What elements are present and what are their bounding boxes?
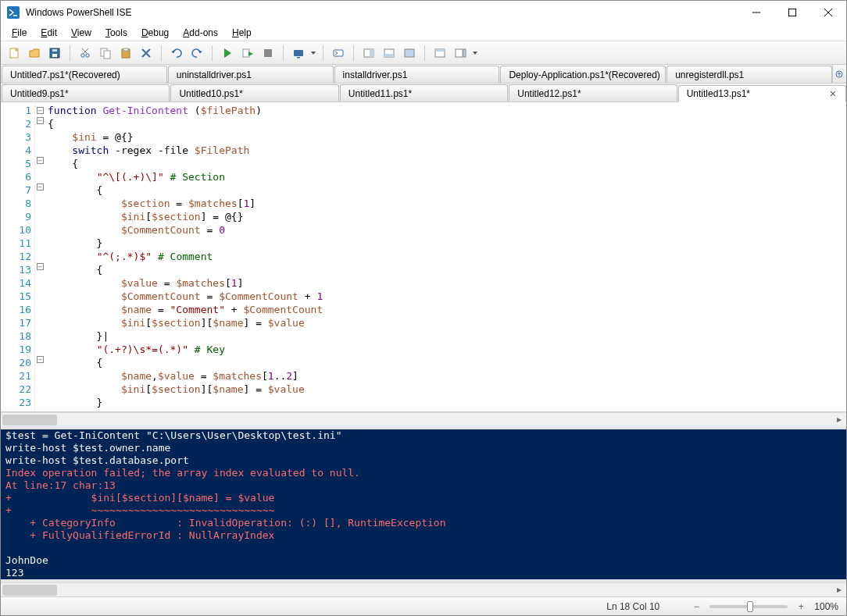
file-tab[interactable]: Untitled11.ps1* <box>340 84 508 101</box>
editor-horizontal-scrollbar[interactable]: ▸ <box>1 412 846 426</box>
copy-icon[interactable] <box>97 45 114 62</box>
toolbar <box>1 41 846 65</box>
run-icon[interactable] <box>219 45 236 62</box>
tab-label: Untitled11.ps1* <box>348 88 412 99</box>
tab-label: Untitled13.ps1* <box>687 88 750 99</box>
svg-rect-31 <box>463 49 466 57</box>
menu-help[interactable]: Help <box>226 26 258 40</box>
clear-icon[interactable] <box>138 45 155 62</box>
svg-rect-22 <box>334 50 343 56</box>
file-tab[interactable]: uninstalldriver.ps1 <box>168 66 334 83</box>
scrollbar-thumb[interactable] <box>2 415 57 426</box>
svg-rect-29 <box>435 49 445 52</box>
open-icon[interactable] <box>26 45 43 62</box>
code-editor[interactable]: function Get-IniContent ($filePath){ $in… <box>45 102 846 411</box>
menu-view[interactable]: View <box>65 26 98 40</box>
cut-icon[interactable] <box>77 45 94 62</box>
zoom-in-icon[interactable]: + <box>795 601 806 612</box>
svg-rect-20 <box>294 50 303 56</box>
svg-point-11 <box>86 53 89 56</box>
run-selection-icon[interactable] <box>239 45 256 62</box>
tab-close-icon[interactable]: × <box>828 88 838 99</box>
zoom-out-icon[interactable]: − <box>691 601 702 612</box>
pane-max-icon[interactable] <box>401 45 418 62</box>
menu-addons[interactable]: Add-ons <box>177 26 224 40</box>
new-remote-tab-icon[interactable] <box>330 45 347 62</box>
svg-line-12 <box>83 48 88 54</box>
tabs-row-1: Untitled7.ps1*(Recovered)uninstalldriver… <box>1 65 846 84</box>
tabs-row-2: Untitled9.ps1*Untitled10.ps1*Untitled11.… <box>1 84 846 102</box>
tab-label: Untitled10.ps1* <box>179 88 242 99</box>
svg-rect-15 <box>104 51 110 59</box>
zoom-slider[interactable] <box>709 605 788 608</box>
svg-rect-8 <box>52 54 57 57</box>
toolbar-overflow-icon[interactable] <box>472 45 478 62</box>
pane-bottom-icon[interactable] <box>381 45 398 62</box>
menubar: File Edit View Tools Debug Add-ons Help <box>1 24 846 41</box>
file-tab[interactable]: Untitled7.ps1*(Recovered) <box>2 66 167 83</box>
svg-rect-9 <box>52 49 57 52</box>
cursor-position: Ln 18 Col 10 <box>606 601 659 612</box>
console-horizontal-scrollbar[interactable]: ▸ <box>1 582 846 596</box>
menu-file[interactable]: File <box>5 26 33 40</box>
file-tab[interactable]: installdriver.ps1 <box>334 66 500 83</box>
tab-label: Untitled9.ps1* <box>10 88 69 99</box>
minimize-button[interactable] <box>738 1 774 24</box>
file-tab[interactable]: Untitled13.ps1*× <box>678 85 846 102</box>
undo-icon[interactable] <box>168 45 185 62</box>
file-tab[interactable]: Untitled10.ps1* <box>170 84 338 101</box>
close-button[interactable] <box>810 1 846 24</box>
svg-rect-24 <box>370 49 373 57</box>
new-icon[interactable] <box>5 45 23 62</box>
line-number-gutter: 1234567891011121314151617181920212223242… <box>1 102 35 411</box>
save-icon[interactable] <box>46 45 63 62</box>
file-tab[interactable]: Untitled9.ps1* <box>2 84 170 101</box>
editor-area: 1234567891011121314151617181920212223242… <box>1 102 846 596</box>
file-tab[interactable]: Deploy-Application.ps1*(Recovered) <box>500 66 666 83</box>
svg-point-10 <box>81 53 84 56</box>
toolbar-sep <box>161 45 162 61</box>
svg-rect-26 <box>384 54 394 57</box>
tab-scroll-icon[interactable] <box>832 65 846 83</box>
window-title: Windows PowerShell ISE <box>26 7 738 18</box>
remote-dropdown-icon[interactable] <box>310 45 316 62</box>
svg-rect-17 <box>123 48 128 51</box>
svg-line-13 <box>82 48 88 54</box>
show-script-icon[interactable] <box>431 45 449 62</box>
scroll-right-icon[interactable]: ▸ <box>834 584 845 595</box>
app-icon <box>7 6 20 19</box>
script-pane[interactable]: 1234567891011121314151617181920212223242… <box>1 102 846 412</box>
scrollbar-thumb[interactable] <box>2 585 57 596</box>
tab-label: Untitled12.ps1* <box>517 88 581 99</box>
svg-rect-30 <box>456 49 463 57</box>
redo-icon[interactable] <box>188 45 205 62</box>
toolbar-sep <box>70 45 70 61</box>
window-controls <box>738 1 846 24</box>
console-pane[interactable]: $test = Get-IniContent "C:\Users\User\De… <box>1 426 846 582</box>
svg-rect-27 <box>405 49 414 57</box>
statusbar: Ln 18 Col 10 − + 100% <box>1 596 846 615</box>
svg-rect-21 <box>297 57 300 59</box>
maximize-button[interactable] <box>774 1 810 24</box>
show-command-icon[interactable] <box>452 45 469 62</box>
file-tab[interactable]: Untitled12.ps1* <box>509 84 677 101</box>
menu-tools[interactable]: Tools <box>99 26 134 40</box>
svg-rect-19 <box>264 49 272 57</box>
toolbar-sep <box>424 45 425 61</box>
toolbar-sep <box>323 45 323 61</box>
menu-debug[interactable]: Debug <box>135 26 175 40</box>
app-window: Windows PowerShell ISE File Edit View To… <box>0 0 847 616</box>
remote-icon[interactable] <box>290 45 307 62</box>
scroll-right-icon[interactable]: ▸ <box>834 414 845 425</box>
toolbar-sep <box>212 45 213 61</box>
svg-rect-3 <box>789 9 796 16</box>
zoom-thumb[interactable] <box>747 601 753 612</box>
menu-edit[interactable]: Edit <box>34 26 63 40</box>
fold-column[interactable]: −− − − − − <box>35 102 45 411</box>
file-tab[interactable]: unregisterdll.ps1 <box>667 66 832 83</box>
stop-icon[interactable] <box>259 45 277 62</box>
titlebar: Windows PowerShell ISE <box>1 1 846 24</box>
paste-icon[interactable] <box>117 45 134 62</box>
zoom-level: 100% <box>814 601 838 612</box>
pane-right-icon[interactable] <box>360 45 377 62</box>
